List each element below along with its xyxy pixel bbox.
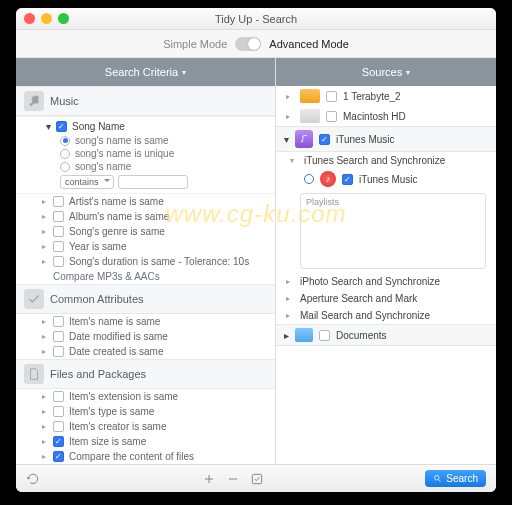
chevron-right-icon: ▸ [40, 212, 48, 221]
search-criteria-label: Search Criteria [105, 66, 178, 78]
advanced-mode-label[interactable]: Advanced Mode [269, 38, 349, 50]
checkbox[interactable] [53, 331, 64, 342]
source-label: iTunes Music [336, 134, 395, 145]
chevron-right-icon: ▸ [40, 317, 48, 326]
itunes-icon [295, 130, 313, 148]
source-section-itunes[interactable]: ▾ ✓ iTunes Music [276, 126, 496, 152]
criteria-label: Song's genre is same [69, 226, 165, 237]
checkbox[interactable]: ✓ [53, 436, 64, 447]
checkbox[interactable] [326, 111, 337, 122]
itunes-sync-row[interactable]: ▾ iTunes Search and Synchronize [276, 152, 496, 169]
section-music[interactable]: Music [16, 86, 275, 116]
checkbox[interactable] [319, 330, 330, 341]
criteria-row[interactable]: ▸Year is same [16, 239, 275, 254]
radio-plain[interactable] [60, 162, 70, 172]
minimize-icon[interactable] [41, 13, 52, 24]
search-icon [433, 474, 442, 483]
chevron-right-icon: ▸ [40, 347, 48, 356]
checkbox[interactable] [53, 226, 64, 237]
section-files[interactable]: Files and Packages [16, 359, 275, 389]
chevron-right-icon: ▸ [40, 407, 48, 416]
radio-same[interactable] [60, 136, 70, 146]
checkbox[interactable] [53, 256, 64, 267]
criteria-row[interactable]: ▸Item's type is same [16, 404, 275, 419]
checkmark-icon [24, 289, 44, 309]
source-row[interactable]: ▸Mail Search and Synchronize [276, 307, 496, 324]
criteria-row[interactable]: ▸✓Item size is same [16, 434, 275, 449]
checkbox[interactable] [53, 241, 64, 252]
checkbox[interactable] [53, 391, 64, 402]
zoom-icon[interactable] [58, 13, 69, 24]
checklist-icon[interactable] [250, 472, 264, 486]
opt-same-label: song's name is same [75, 135, 169, 146]
source-label: iTunes Search and Synchronize [304, 155, 445, 166]
criteria-label: Date created is same [69, 346, 164, 357]
source-label: iTunes Music [359, 174, 418, 185]
criteria-row[interactable]: ▸Item's creator is same [16, 419, 275, 434]
checkbox[interactable]: ✓ [53, 451, 64, 462]
criteria-label: Date modified is same [69, 331, 168, 342]
chevron-down-icon[interactable]: ▾ [182, 68, 186, 77]
section-common[interactable]: Common Attributes [16, 284, 275, 314]
window-title: Tidy Up - Search [16, 13, 496, 25]
criteria-link[interactable]: Compare MP3s & AACs [53, 271, 160, 282]
chevron-right-icon: ▸ [286, 112, 294, 121]
criteria-label: Year is same [69, 241, 126, 252]
checkbox[interactable]: ✓ [342, 174, 353, 185]
folder-icon [295, 328, 313, 342]
source-row[interactable]: ▸Aperture Search and Mark [276, 290, 496, 307]
criteria-row[interactable]: ▸✓Compare the content of files [16, 449, 275, 464]
source-section-documents[interactable]: ▸ Documents [276, 324, 496, 346]
criteria-row[interactable]: ▸Date modified is same [16, 329, 275, 344]
svg-rect-3 [252, 474, 261, 483]
checkbox[interactable] [53, 316, 64, 327]
tab-dot[interactable] [304, 174, 314, 184]
criteria-row[interactable]: ▸Artist's name is same [16, 194, 275, 209]
chevron-right-icon: ▸ [40, 242, 48, 251]
criteria-row[interactable]: Compare MP3s & AACs [16, 269, 275, 284]
checkbox[interactable]: ✓ [319, 134, 330, 145]
checkbox[interactable] [53, 406, 64, 417]
chevron-right-icon: ▸ [40, 227, 48, 236]
checkbox[interactable] [53, 196, 64, 207]
criteria-row[interactable]: ▸Date created is same [16, 344, 275, 359]
source-row[interactable]: ▸iPhoto Search and Synchronize [276, 273, 496, 290]
chevron-right-icon: ▸ [40, 452, 48, 461]
remove-icon[interactable] [226, 472, 240, 486]
simple-mode-label[interactable]: Simple Mode [163, 38, 227, 50]
criteria-row[interactable]: ▸Song's duration is same - Tolerance: 10… [16, 254, 275, 269]
checkbox[interactable] [53, 421, 64, 432]
radio-unique[interactable] [60, 149, 70, 159]
refresh-icon[interactable] [26, 472, 40, 486]
source-volume-row[interactable]: ▸ Macintosh HD [276, 106, 496, 126]
close-icon[interactable] [24, 13, 35, 24]
criteria-row[interactable]: ▸Song's genre is same [16, 224, 275, 239]
search-button[interactable]: Search [425, 470, 486, 487]
source-label: Documents [336, 330, 387, 341]
checkbox-song-name[interactable]: ✓ [56, 121, 67, 132]
checkbox[interactable] [326, 91, 337, 102]
svg-point-1 [36, 101, 38, 103]
chevron-down-icon[interactable]: ▾ [406, 68, 410, 77]
chevron-down-icon[interactable]: ▾ [46, 121, 51, 132]
chevron-right-icon: ▸ [286, 294, 294, 303]
contains-input[interactable] [118, 175, 188, 189]
add-icon[interactable] [202, 472, 216, 486]
checkbox[interactable] [53, 211, 64, 222]
internal-drive-icon [300, 109, 320, 123]
document-icon [24, 364, 44, 384]
criteria-label: Artist's name is same [69, 196, 164, 207]
sources-header: Sources ▾ [276, 58, 496, 86]
chevron-right-icon: ▸ [284, 330, 289, 341]
external-drive-icon [300, 89, 320, 103]
checkbox[interactable] [53, 346, 64, 357]
chevron-down-icon: ▾ [284, 134, 289, 145]
criteria-label: Item size is same [69, 436, 146, 447]
criteria-row[interactable]: ▸Item's extension is same [16, 389, 275, 404]
criteria-row[interactable]: ▸Item's name is same [16, 314, 275, 329]
criteria-row[interactable]: ▸Album's name is same [16, 209, 275, 224]
mode-toggle[interactable] [235, 37, 261, 51]
svg-point-2 [301, 141, 303, 143]
contains-select[interactable]: contains [60, 175, 114, 189]
source-volume-row[interactable]: ▸ 1 Terabyte_2 [276, 86, 496, 106]
